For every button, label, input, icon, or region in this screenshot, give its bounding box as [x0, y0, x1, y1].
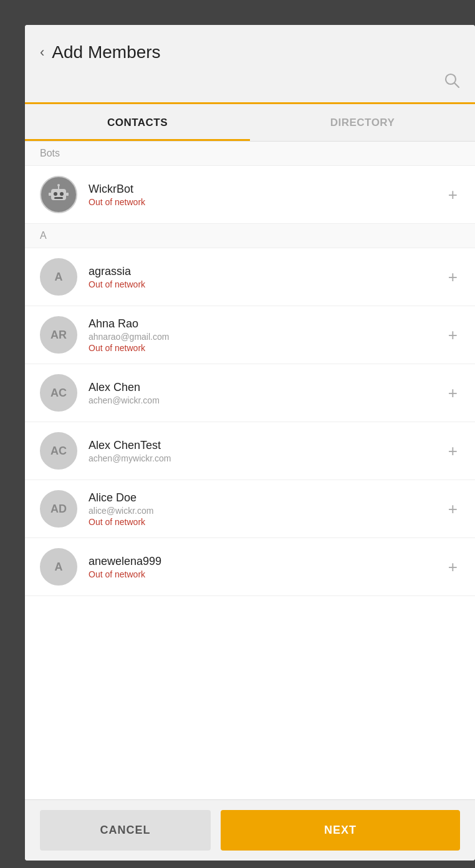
contact-email: achen@mywickr.com	[89, 453, 446, 463]
list-item: AD Alice Doe alice@wickr.com Out of netw…	[25, 480, 475, 538]
contact-email: alice@wickr.com	[89, 506, 446, 516]
contact-info: agrassia Out of network	[89, 265, 446, 289]
avatar: A	[40, 258, 77, 296]
add-contact-button[interactable]: +	[446, 441, 460, 461]
tab-bar: CONTACTS DIRECTORY	[25, 104, 475, 142]
contact-status: Out of network	[89, 569, 446, 579]
contact-name: Alex Chen	[89, 381, 446, 394]
contact-info: WickrBot Out of network	[89, 183, 446, 207]
contact-status: Out of network	[89, 343, 446, 353]
contact-email: ahnarao@gmail.com	[89, 332, 446, 342]
add-contact-button[interactable]: +	[446, 499, 460, 519]
add-contact-button[interactable]: +	[446, 557, 460, 577]
section-bots-header: Bots	[25, 142, 475, 166]
search-icon[interactable]	[444, 72, 460, 92]
avatar: AD	[40, 490, 77, 528]
modal-dialog: ‹ Add Members CONTACTS DIRECTORY Bots	[25, 25, 475, 861]
list-item: WickrBot Out of network +	[25, 166, 475, 224]
avatar	[40, 176, 77, 213]
contacts-list: Bots	[25, 142, 475, 799]
contact-name: Alice Doe	[89, 491, 446, 504]
svg-rect-9	[49, 193, 51, 196]
avatar: AC	[40, 432, 77, 470]
avatar: A	[40, 548, 77, 586]
list-item: AC Alex ChenTest achen@mywickr.com +	[25, 422, 475, 480]
add-contact-button[interactable]: +	[446, 185, 460, 205]
add-contact-button[interactable]: +	[446, 326, 460, 345]
contact-name: Alex ChenTest	[89, 439, 446, 452]
contact-info: Alice Doe alice@wickr.com Out of network	[89, 491, 446, 527]
svg-line-1	[454, 83, 459, 87]
contact-info: Alex Chen achen@wickr.com	[89, 381, 446, 405]
list-item: AC Alex Chen achen@wickr.com +	[25, 364, 475, 422]
add-contact-button[interactable]: +	[446, 383, 460, 403]
contact-status: Out of network	[89, 517, 446, 527]
modal-header: ‹ Add Members	[25, 25, 475, 62]
avatar: AC	[40, 374, 77, 412]
contact-status: Out of network	[89, 279, 446, 289]
contact-info: Ahna Rao ahnarao@gmail.com Out of networ…	[89, 317, 446, 353]
avatar: AR	[40, 316, 77, 354]
cancel-button[interactable]: CANCEL	[40, 810, 211, 851]
tab-directory[interactable]: DIRECTORY	[250, 104, 475, 141]
section-a-header: A	[25, 224, 475, 248]
svg-point-8	[57, 184, 60, 186]
svg-point-4	[54, 192, 57, 196]
list-item: A anewelena999 Out of network +	[25, 538, 475, 596]
contact-name: Ahna Rao	[89, 317, 446, 330]
list-item: AR Ahna Rao ahnarao@gmail.com Out of net…	[25, 306, 475, 364]
modal-footer: CANCEL NEXT	[25, 799, 475, 861]
add-contact-button[interactable]: +	[446, 268, 460, 287]
contact-info: anewelena999 Out of network	[89, 555, 446, 579]
svg-point-5	[60, 192, 64, 196]
svg-rect-10	[66, 193, 69, 196]
next-button[interactable]: NEXT	[221, 810, 460, 851]
contact-status: Out of network	[89, 197, 446, 207]
back-icon: ‹	[40, 44, 44, 60]
back-button[interactable]: ‹	[40, 44, 44, 60]
contact-name: anewelena999	[89, 555, 446, 568]
contact-name: WickrBot	[89, 183, 446, 196]
svg-rect-6	[54, 197, 63, 199]
page-title: Add Members	[52, 42, 160, 62]
search-bar	[25, 62, 475, 92]
list-item: A agrassia Out of network +	[25, 248, 475, 306]
contact-email: achen@wickr.com	[89, 395, 446, 405]
tab-contacts[interactable]: CONTACTS	[25, 104, 250, 141]
contact-info: Alex ChenTest achen@mywickr.com	[89, 439, 446, 463]
contact-name: agrassia	[89, 265, 446, 278]
